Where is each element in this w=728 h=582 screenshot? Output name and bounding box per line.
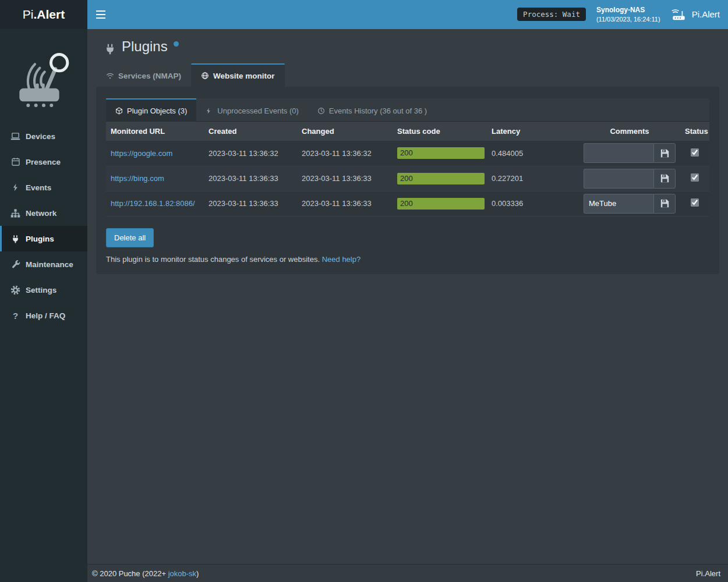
clock-icon — [317, 107, 325, 115]
status-code-bar: 200 — [397, 147, 485, 159]
col-header-created: Created — [204, 122, 297, 141]
sidebar-item-label: Presence — [26, 158, 61, 166]
tab-unprocessed-events[interactable]: Unprocessed Events (0) — [196, 98, 308, 122]
tab-label: Events History (36 out of 36 ) — [329, 107, 427, 115]
plugin-tabs: Services (NMAP) Website monitor — [96, 63, 719, 87]
col-header-status-code: Status code — [393, 122, 487, 141]
tab-label: Services (NMAP) — [118, 72, 181, 80]
table-header-row: Monitored URL Created Changed Status cod… — [106, 122, 709, 141]
col-header-changed: Changed — [297, 122, 393, 141]
page-title: Plugins — [122, 38, 168, 55]
status-checkbox[interactable] — [691, 198, 699, 207]
save-icon — [660, 149, 669, 158]
footer-brand: Pi.Alert — [696, 569, 720, 578]
created-cell: 2023-03-11 13:36:33 — [204, 166, 297, 191]
tab-events-history[interactable]: Events History (36 out of 36 ) — [308, 98, 436, 122]
sidebar-item-help-faq[interactable]: ? Help / FAQ — [0, 303, 87, 328]
plugin-description: This plugin is to monitor status changes… — [106, 255, 320, 264]
signal-icon — [106, 72, 114, 80]
laptop-icon — [10, 132, 20, 141]
sidebar-menu: Devices Presence Events Network Plugins — [0, 123, 87, 328]
sidebar-item-label: Maintenance — [26, 260, 73, 269]
cube-icon — [115, 107, 123, 115]
footer-copyright: © 2020 Puche (2022+ jokob-sk) — [92, 569, 199, 578]
copyright-text: © 2020 Puche (2022+ — [92, 569, 166, 578]
changed-cell: 2023-03-11 13:36:33 — [297, 166, 393, 191]
website-monitor-panel: Plugin Objects (3) Unprocessed Events (0… — [96, 87, 719, 274]
pialert-logo — [0, 29, 87, 119]
latency-cell: 0.227201 — [487, 166, 579, 191]
save-comment-button[interactable] — [653, 143, 676, 163]
col-header-latency: Latency — [487, 122, 579, 141]
question-icon: ? — [10, 311, 20, 321]
sidebar: Devices Presence Events Network Plugins — [0, 29, 87, 582]
created-cell: 2023-03-11 13:36:33 — [204, 191, 297, 216]
sidebar-item-presence[interactable]: Presence — [0, 149, 87, 175]
tab-label: Plugin Objects (3) — [127, 107, 187, 115]
save-comment-button[interactable] — [653, 169, 676, 189]
comment-input[interactable] — [584, 143, 653, 163]
globe-icon — [201, 72, 209, 80]
need-help-link[interactable]: Need help? — [322, 255, 361, 264]
col-header-monitored-url: Monitored URL — [106, 122, 204, 141]
latency-cell: 0.003336 — [487, 191, 579, 216]
plug-icon — [10, 234, 20, 244]
sidebar-toggle-button[interactable] — [87, 0, 114, 29]
author-link[interactable]: jokob-sk — [168, 569, 196, 578]
tab-plugin-objects[interactable]: Plugin Objects (3) — [106, 98, 196, 122]
brand-logo: Pi.Alert — [0, 0, 87, 29]
bolt-icon — [206, 107, 213, 115]
sidebar-item-label: Settings — [26, 286, 56, 294]
tab-services-nmap[interactable]: Services (NMAP) — [96, 63, 191, 87]
sidebar-item-devices[interactable]: Devices — [0, 123, 87, 149]
changed-cell: 2023-03-11 13:36:33 — [297, 191, 393, 216]
top-header: Pi.Alert Process: Wait Synology-NAS (11/… — [0, 0, 728, 29]
status-checkbox[interactable] — [691, 148, 699, 157]
sidebar-item-label: Network — [26, 209, 56, 218]
brand-pi: Pi — [23, 8, 34, 22]
save-icon — [660, 174, 669, 183]
sidebar-item-label: Help / FAQ — [26, 311, 65, 320]
comment-input[interactable] — [584, 169, 653, 189]
sidebar-item-maintenance[interactable]: Maintenance — [0, 251, 87, 277]
sidebar-item-label: Events — [26, 183, 51, 192]
host-info: Synology-NAS (11/03/2023, 16:24:11) — [596, 6, 660, 23]
sidebar-item-network[interactable]: Network — [0, 200, 87, 226]
changed-cell: 2023-03-11 13:36:32 — [297, 141, 393, 166]
monitored-url-link[interactable]: https://bing.com — [111, 174, 164, 183]
table-row: https://google.com 2023-03-11 13:36:32 2… — [106, 141, 709, 166]
app-link[interactable]: Pi.Alert — [671, 8, 720, 21]
host-timestamp: (11/03/2023, 16:24:11) — [596, 15, 660, 23]
hamburger-icon — [96, 10, 105, 19]
status-code-bar: 200 — [397, 198, 485, 210]
copyright-suffix: ) — [196, 569, 199, 578]
table-row: http://192.168.1.82:8086/ 2023-03-11 13:… — [106, 191, 709, 216]
col-header-status: Status — [680, 122, 709, 141]
monitored-url-link[interactable]: https://google.com — [111, 149, 172, 158]
col-header-comments: Comments — [579, 122, 680, 141]
title-info-badge[interactable] — [174, 41, 179, 47]
status-code-bar: 200 — [397, 173, 485, 184]
save-comment-button[interactable] — [653, 194, 676, 214]
app-name: Pi.Alert — [692, 9, 720, 19]
tab-label: Website monitor — [213, 72, 275, 80]
panel-tabs: Plugin Objects (3) Unprocessed Events (0… — [106, 98, 709, 122]
sidebar-item-label: Devices — [26, 132, 55, 141]
tab-website-monitor[interactable]: Website monitor — [191, 63, 285, 87]
navbar: Process: Wait Synology-NAS (11/03/2023, … — [87, 0, 728, 29]
wrench-icon — [10, 260, 20, 269]
tab-label: Unprocessed Events (0) — [217, 107, 298, 115]
table-row: https://bing.com 2023-03-11 13:36:33 202… — [106, 166, 709, 191]
host-name: Synology-NAS — [596, 6, 660, 15]
save-icon — [660, 199, 669, 208]
status-checkbox[interactable] — [691, 173, 699, 182]
comment-input[interactable] — [584, 194, 653, 214]
latency-cell: 0.484005 — [487, 141, 579, 166]
sitemap-icon — [10, 208, 20, 218]
process-status-badge: Process: Wait — [517, 8, 586, 21]
sidebar-item-events[interactable]: Events — [0, 175, 87, 200]
sidebar-item-settings[interactable]: Settings — [0, 277, 87, 303]
delete-all-button[interactable]: Delete all — [106, 228, 154, 247]
monitored-url-link[interactable]: http://192.168.1.82:8086/ — [111, 199, 195, 208]
sidebar-item-plugins[interactable]: Plugins — [0, 226, 87, 251]
